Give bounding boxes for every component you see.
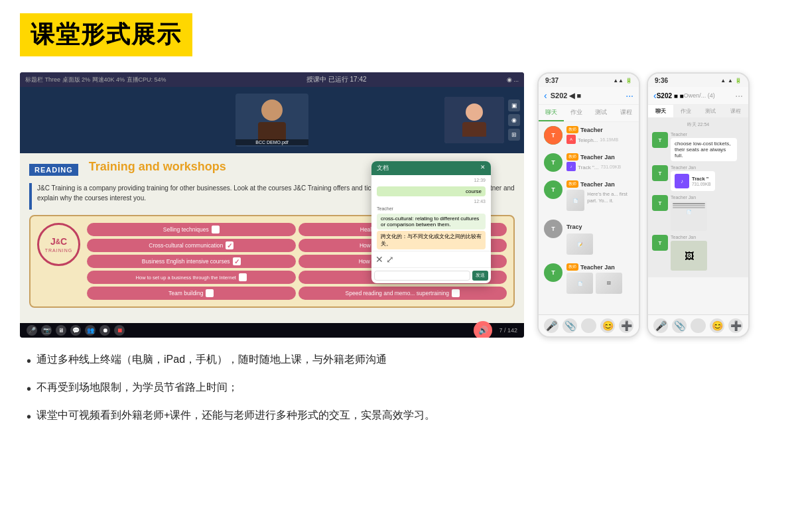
list-item[interactable]: T 教师 Teacher Jan ♪ Track "... bbox=[539, 149, 639, 176]
signal-icon: ▲ bbox=[720, 78, 726, 84]
screen-bottombar: 🎤 📷 🖥 💬 👥 ⏺ ⏹ 🔊 7 / 142 bbox=[20, 323, 524, 338]
course-item: Selling techniques bbox=[87, 223, 296, 236]
bullet-2: • 不再受到场地限制，为学员节省路上时间； bbox=[27, 379, 769, 399]
bullet-dot-1: • bbox=[27, 351, 31, 371]
chat-received-msg: cross-cultural: relating to different cu… bbox=[377, 214, 486, 230]
thumbnail-message-1: T Teacher Jan 📄 bbox=[652, 195, 744, 231]
video-area: BCC DEMO.pdf ▣ ◉ ⊞ bbox=[20, 87, 524, 153]
members-icon[interactable]: 👥 bbox=[85, 325, 96, 336]
record-icon[interactable]: ⏺ bbox=[100, 325, 110, 336]
teacher-badge: 教师 bbox=[566, 153, 578, 161]
camera-icon[interactable]: 📷 bbox=[41, 325, 52, 336]
emoji-btn[interactable]: 😊 bbox=[600, 318, 615, 333]
teacher-badge: 教师 bbox=[566, 180, 578, 188]
chat-input-area: 发送 bbox=[371, 267, 491, 283]
avatar: T bbox=[544, 180, 563, 199]
list-item[interactable]: T 教师 Teacher A bbox=[539, 122, 639, 149]
chat-icon[interactable]: 💬 bbox=[70, 325, 81, 336]
chat-translation: 跨文化的：与不同文化或文化之间的比较有关。 bbox=[377, 231, 486, 249]
date-divider: 昨天 22:54 bbox=[652, 121, 744, 128]
speaker-icon[interactable]: 🔊 bbox=[474, 321, 492, 338]
thumbnail: 🖼 bbox=[596, 273, 622, 294]
checkbox-1[interactable] bbox=[212, 226, 220, 233]
more-icon-2[interactable]: ··· bbox=[735, 90, 743, 101]
wifi-icon: ▲▲ bbox=[613, 78, 624, 84]
course-item: Cross-cultural communication ✓ bbox=[87, 239, 296, 252]
battery-icon-2: 🔋 bbox=[735, 78, 742, 84]
phone-1-tabs: 聊天 作业 测试 课程 bbox=[539, 105, 639, 122]
doc-thumbnail: 📄 bbox=[671, 201, 707, 231]
list-item[interactable]: T 教师 Teacher Jan 📄 bbox=[539, 259, 639, 299]
content-area: 标题栏 Three 桌面版 2% 网速40K 4% 直播CPU: 54% 授课中… bbox=[20, 72, 776, 338]
bullets-section: • 通过多种线上终端（电脑，iPad，手机），随时随地上课，与外籍老师沟通 • … bbox=[20, 351, 776, 427]
chat-list: T 教师 Teacher A bbox=[539, 122, 639, 315]
chat-send-button[interactable]: 发送 bbox=[472, 271, 488, 281]
teacher-badge: 教师 bbox=[566, 126, 578, 133]
checkbox-9[interactable] bbox=[206, 289, 214, 297]
stop-icon[interactable]: ⏹ bbox=[114, 325, 125, 336]
plus-btn-2[interactable]: ➕ bbox=[728, 318, 743, 333]
course-item: How to set up a business through the Int… bbox=[87, 271, 296, 284]
tab-course-2[interactable]: 课程 bbox=[723, 105, 748, 117]
tab-chat-2[interactable]: 聊天 bbox=[648, 105, 673, 117]
file-btn[interactable]: 📎 bbox=[563, 318, 577, 333]
screen-share-icon[interactable]: 🖥 bbox=[56, 325, 66, 336]
bottombar-icons: 🎤 📷 🖥 💬 👥 ⏺ ⏹ bbox=[27, 325, 125, 336]
list-item[interactable]: T 教师 Teacher Jan 📄 Here's th bbox=[539, 176, 639, 216]
mic-icon[interactable]: 🎤 bbox=[27, 325, 37, 336]
checkbox-3[interactable]: ✓ bbox=[226, 241, 233, 249]
thumbnail: 📄 bbox=[566, 273, 593, 294]
checkbox-10[interactable] bbox=[452, 289, 460, 297]
tab-chat-1[interactable]: 聊天 bbox=[539, 105, 564, 121]
participant-1-name: BCC DEMO.pdf bbox=[235, 139, 308, 145]
sender-name-4: Teacher Jan bbox=[671, 235, 707, 239]
tab-course-1[interactable]: 课程 bbox=[614, 105, 639, 121]
checkbox-5[interactable]: ✓ bbox=[233, 257, 241, 265]
toolbar-icon-2[interactable]: ◉ bbox=[508, 114, 520, 126]
audio-file-icon: ♪ bbox=[566, 162, 576, 171]
toolbar-icon-1[interactable]: ▣ bbox=[508, 100, 520, 111]
page-container: 课堂形式展示 标题栏 Three 桌面版 2% 网速40K 4% 直播CPU: … bbox=[0, 0, 796, 532]
teacher-badge: 教师 bbox=[566, 263, 578, 271]
participant-1-head bbox=[261, 100, 283, 121]
tab-test-1[interactable]: 测试 bbox=[589, 105, 614, 121]
message-bubble: choose low-cost tickets, their seats are… bbox=[671, 138, 737, 161]
topbar-left: 标题栏 Three 桌面版 2% 网速40K 4% 直播CPU: 54% bbox=[25, 76, 166, 84]
bullet-3: • 课堂中可视频看到外籍老师+课件，还能与老师进行多种形式的交互，实景高效学习。 bbox=[27, 407, 769, 427]
back-arrow[interactable]: ‹ bbox=[544, 90, 547, 101]
toolbar-icon-3[interactable]: ⊞ bbox=[508, 129, 520, 141]
tab-work-1[interactable]: 作业 bbox=[564, 105, 589, 121]
phone-2: 9:36 ▲ ▲ 🔋 ‹ S202 ■ ■ Owen/... (4) ··· bbox=[647, 72, 750, 338]
battery-icon: 🔋 bbox=[626, 78, 632, 84]
mic-btn[interactable]: 🎤 bbox=[544, 318, 559, 333]
chat-sent-msg: course bbox=[377, 186, 486, 196]
tab-work-2[interactable]: 作业 bbox=[673, 105, 698, 117]
topbar-left-text: 标题栏 Three 桌面版 2% 网速40K 4% 直播CPU: 54% bbox=[25, 76, 166, 84]
list-item[interactable]: T Tracy 📝 bbox=[539, 216, 639, 259]
plus-btn[interactable]: ➕ bbox=[619, 318, 633, 333]
chat-input-bar[interactable] bbox=[581, 318, 596, 333]
participant-2 bbox=[444, 97, 504, 143]
avatar: T bbox=[544, 220, 563, 238]
chat-actions: ✕ ⤢ bbox=[371, 251, 491, 267]
avatar: T bbox=[544, 126, 563, 145]
chat-popup-header: 文档 ✕ bbox=[371, 161, 491, 175]
expand-icon[interactable]: ⤢ bbox=[386, 254, 394, 265]
course-item: Business English intensive courses ✓ bbox=[87, 255, 296, 268]
conversation-messages: 昨天 22:54 T Teacher choose low-cost ticke… bbox=[648, 117, 748, 277]
topbar-right: ◉ ... bbox=[507, 76, 519, 83]
sender-avatar-4: T bbox=[652, 235, 668, 251]
checkbox-7[interactable] bbox=[239, 273, 247, 281]
img-thumbnail: 🖼 bbox=[671, 241, 707, 271]
file-btn-2[interactable]: 📎 bbox=[672, 318, 687, 333]
close-icon[interactable]: ✕ bbox=[375, 254, 383, 265]
phone-1-footer: 🎤 📎 😊 ➕ bbox=[539, 314, 639, 336]
more-icon[interactable]: ··· bbox=[626, 90, 633, 101]
tab-test-2[interactable]: 测试 bbox=[698, 105, 724, 117]
mic-btn-2[interactable]: 🎤 bbox=[653, 318, 668, 333]
screen-topbar: 标题栏 Three 桌面版 2% 网速40K 4% 直播CPU: 54% 授课中… bbox=[20, 72, 524, 87]
avatar: T bbox=[544, 263, 563, 282]
chat-input-bar-2[interactable] bbox=[691, 318, 706, 333]
chat-input-field[interactable] bbox=[374, 271, 470, 281]
emoji-btn-2[interactable]: 😊 bbox=[710, 318, 724, 333]
